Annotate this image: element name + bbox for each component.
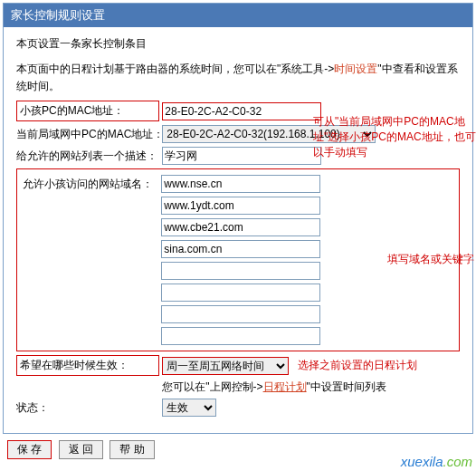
- time-settings-link[interactable]: 时间设置: [334, 62, 377, 75]
- child-mac-label: 小孩PC的MAC地址：: [16, 101, 159, 121]
- effective-select[interactable]: 周一至周五网络时间: [162, 357, 289, 375]
- domain-input-6[interactable]: [161, 284, 320, 302]
- status-select[interactable]: 生效: [162, 399, 216, 417]
- schedule-note: 选择之前设置的日程计划: [298, 358, 417, 373]
- schedule-hint: 您可以在"上网控制->日程计划"中设置时间列表: [162, 380, 386, 393]
- allowed-domain-label: 允许小孩访问的网站域名：: [23, 175, 158, 192]
- schedule-hint-1: 您可以在"上网控制->: [162, 380, 262, 393]
- domain-input-8[interactable]: [161, 327, 320, 345]
- panel-title: 家长控制规则设置: [4, 4, 472, 27]
- panel-content: 本页设置一条家长控制条目 本页面中的日程计划基于路由器的系统时间，您可以在"系统…: [4, 27, 472, 433]
- status-row: 状态： 生效: [16, 399, 460, 417]
- schedule-hint-2: "中设置时间列表: [307, 380, 386, 393]
- watermark: xuexila.com: [401, 454, 472, 466]
- status-label: 状态：: [16, 400, 159, 416]
- current-mac-label: 当前局域网中PC的MAC地址：: [16, 127, 159, 142]
- back-button[interactable]: 返 回: [59, 440, 103, 459]
- effective-label: 希望在哪些时候生效：: [16, 355, 159, 376]
- intro-paragraph: 本页面中的日程计划基于路由器的系统时间，您可以在"系统工具->时间设置"中查看和…: [16, 61, 460, 95]
- child-mac-input[interactable]: [162, 102, 321, 120]
- domain-input-5[interactable]: [161, 262, 320, 280]
- intro-text-1: 本页面中的日程计划基于路由器的系统时间，您可以在"系统工具->: [16, 62, 334, 75]
- domain-input-4[interactable]: [161, 240, 320, 258]
- settings-panel: 家长控制规则设置 本页设置一条家长控制条目 本页面中的日程计划基于路由器的系统时…: [3, 3, 473, 434]
- domain-input-2[interactable]: [161, 197, 320, 215]
- schedule-plan-link[interactable]: 日程计划: [263, 380, 307, 393]
- help-button[interactable]: 帮 助: [109, 440, 154, 459]
- schedule-hint-row: 您可以在"上网控制->日程计划"中设置时间列表: [16, 380, 460, 395]
- domain-inputs: [161, 175, 320, 349]
- watermark-b: .com: [443, 454, 472, 466]
- domain-input-7[interactable]: [161, 305, 320, 323]
- desc-input[interactable]: [162, 147, 321, 165]
- domain-input-1[interactable]: [161, 175, 320, 193]
- watermark-a: xuexila: [401, 454, 443, 466]
- page-heading: 本页设置一条家长控制条目: [16, 36, 460, 52]
- save-button[interactable]: 保 存: [7, 440, 52, 459]
- domain-input-3[interactable]: [161, 218, 320, 236]
- effective-row: 希望在哪些时候生效： 周一至周五网络时间 选择之前设置的日程计划: [16, 355, 460, 376]
- domain-note: 填写域名或关键字: [387, 252, 476, 267]
- desc-label: 给允许的网站列表一个描述：: [16, 149, 159, 164]
- mac-note: 可从"当前局域网中PC的MAC地址"选择小孩PC的MAC地址，也可以手动填写: [313, 114, 476, 159]
